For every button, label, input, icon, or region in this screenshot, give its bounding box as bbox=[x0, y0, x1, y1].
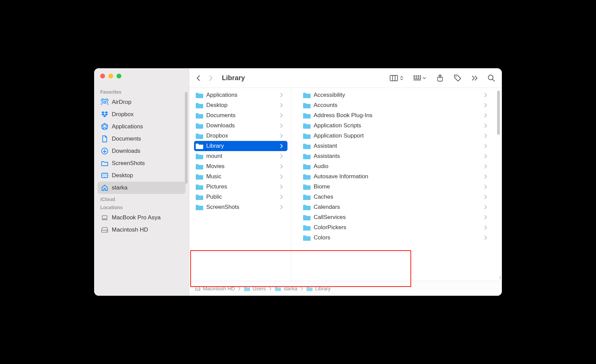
folder-row[interactable]: Calendars bbox=[301, 202, 492, 212]
chevron-right-icon bbox=[279, 164, 283, 169]
folder-row[interactable]: Movies bbox=[194, 161, 287, 171]
sidebar-item-label: Dropbox bbox=[112, 111, 134, 118]
folder-row[interactable]: Accounts bbox=[301, 100, 492, 110]
folder-row[interactable]: CallServices bbox=[301, 212, 492, 222]
view-mode-columns-button[interactable] bbox=[390, 74, 404, 82]
sidebar-item-screenshots[interactable]: ScreenShots bbox=[98, 157, 186, 169]
folder-row[interactable]: mount bbox=[194, 151, 287, 161]
folder-icon bbox=[303, 112, 311, 119]
folder-row[interactable]: Applications bbox=[194, 90, 287, 100]
folder-icon bbox=[195, 102, 204, 109]
folder-row[interactable]: Library bbox=[194, 141, 287, 151]
folder-icon bbox=[195, 122, 204, 129]
folder-icon bbox=[303, 183, 311, 190]
chevron-right-icon bbox=[484, 144, 488, 148]
folder-row[interactable]: ScreenShots bbox=[194, 202, 287, 212]
folder-row[interactable]: Caches bbox=[301, 192, 492, 202]
folder-label: ScreenShots bbox=[206, 204, 279, 211]
folder-icon bbox=[303, 132, 311, 139]
sidebar-scrollbar[interactable] bbox=[185, 92, 188, 184]
column-parent: Applications Desktop Documents Downloads… bbox=[189, 88, 291, 281]
sidebar-item-label: MacBook Pro Asya bbox=[112, 214, 161, 221]
sidebar-item-airdrop[interactable]: AirDrop bbox=[98, 96, 186, 108]
sidebar-item-macbook-pro-asya[interactable]: MacBook Pro Asya bbox=[98, 212, 186, 224]
path-separator-icon bbox=[299, 287, 304, 291]
folder-label: ColorPickers bbox=[314, 224, 484, 231]
chevron-right-icon bbox=[279, 113, 283, 118]
close-window-button[interactable] bbox=[100, 74, 105, 78]
folder-row[interactable]: Accessibility bbox=[301, 90, 492, 100]
folder-label: CallServices bbox=[314, 214, 484, 221]
chevron-right-icon bbox=[279, 184, 283, 189]
document-icon bbox=[101, 135, 108, 143]
folder-row[interactable]: Address Book Plug-Ins bbox=[301, 110, 492, 121]
folder-row[interactable]: Downloads bbox=[194, 121, 287, 131]
folder-row[interactable]: Colors bbox=[301, 233, 492, 243]
share-button[interactable] bbox=[436, 74, 444, 82]
disk-icon bbox=[101, 226, 108, 234]
folder-icon bbox=[306, 286, 313, 291]
path-item[interactable]: Library bbox=[306, 286, 331, 291]
folder-row[interactable]: Assistant bbox=[301, 141, 492, 151]
folder-icon bbox=[195, 132, 204, 139]
folder-row[interactable]: Documents bbox=[194, 110, 287, 121]
folder-label: Address Book Plug-Ins bbox=[314, 112, 484, 119]
folder-label: Downloads bbox=[206, 122, 279, 129]
folder-row[interactable]: Music bbox=[194, 171, 287, 182]
folder-label: Colors bbox=[314, 234, 484, 241]
chevron-right-icon bbox=[279, 144, 283, 148]
folder-label: Autosave Information bbox=[314, 173, 484, 180]
folder-label: Music bbox=[206, 173, 279, 180]
sidebar-item-macintosh-hd[interactable]: Macintosh HD bbox=[98, 224, 186, 236]
sidebar-section-label: Favorites bbox=[100, 89, 183, 95]
path-item[interactable]: Users bbox=[244, 286, 266, 291]
path-item[interactable]: Macintosh HD bbox=[195, 286, 235, 291]
folder-label: Accounts bbox=[314, 102, 484, 109]
toolbar: Library bbox=[189, 68, 502, 88]
chevron-right-icon bbox=[484, 225, 488, 230]
tags-button[interactable] bbox=[454, 74, 462, 82]
more-button[interactable] bbox=[471, 75, 478, 81]
sidebar-item-label: Macintosh HD bbox=[112, 226, 148, 233]
sidebar-item-applications[interactable]: Applications bbox=[98, 121, 186, 133]
folder-row[interactable]: Application Support bbox=[301, 131, 492, 141]
minimize-window-button[interactable] bbox=[108, 74, 113, 78]
folder-icon bbox=[303, 102, 311, 109]
chevron-right-icon bbox=[279, 93, 283, 97]
forward-button[interactable] bbox=[205, 72, 217, 84]
folder-row[interactable]: Audio bbox=[301, 161, 492, 171]
chevron-right-icon bbox=[279, 133, 283, 138]
sidebar-item-dropbox[interactable]: Dropbox bbox=[98, 108, 186, 121]
column-resize-handle[interactable]: || bbox=[499, 276, 501, 279]
chevron-right-icon bbox=[484, 123, 488, 128]
path-item[interactable]: starka bbox=[275, 286, 297, 291]
folder-row[interactable]: Desktop bbox=[194, 100, 287, 110]
back-button[interactable] bbox=[193, 72, 205, 84]
sidebar-item-label: Downloads bbox=[112, 148, 140, 154]
folder-icon bbox=[303, 194, 311, 200]
folder-row[interactable]: Assistants bbox=[301, 151, 492, 161]
folder-label: Movies bbox=[206, 163, 279, 170]
folder-row[interactable]: ColorPickers bbox=[301, 222, 492, 233]
chevron-right-icon bbox=[279, 195, 283, 199]
folder-row[interactable]: Dropbox bbox=[194, 131, 287, 141]
search-button[interactable] bbox=[488, 74, 495, 82]
sidebar-item-starka[interactable]: starka bbox=[98, 182, 186, 194]
folder-row[interactable]: Application Scripts bbox=[301, 121, 492, 131]
sidebar-item-label: AirDrop bbox=[112, 99, 132, 106]
maximize-window-button[interactable] bbox=[117, 74, 121, 78]
chevron-right-icon bbox=[484, 133, 488, 138]
folder-row[interactable]: Autosave Information bbox=[301, 171, 492, 182]
folder-row[interactable]: Pictures bbox=[194, 182, 287, 192]
folder-row[interactable]: Biome bbox=[301, 182, 492, 192]
folder-row[interactable]: Public bbox=[194, 192, 287, 202]
chevron-right-icon bbox=[484, 174, 488, 179]
group-by-button[interactable] bbox=[414, 75, 426, 81]
sidebar-item-desktop[interactable]: Desktop bbox=[98, 169, 186, 182]
chevron-right-icon bbox=[484, 215, 488, 220]
path-separator-icon bbox=[237, 287, 242, 291]
sidebar-item-documents[interactable]: Documents bbox=[98, 133, 186, 145]
sidebar-item-downloads[interactable]: Downloads bbox=[98, 145, 186, 157]
column-scrollbar[interactable] bbox=[497, 91, 500, 135]
folder-label: Assistants bbox=[314, 153, 484, 160]
